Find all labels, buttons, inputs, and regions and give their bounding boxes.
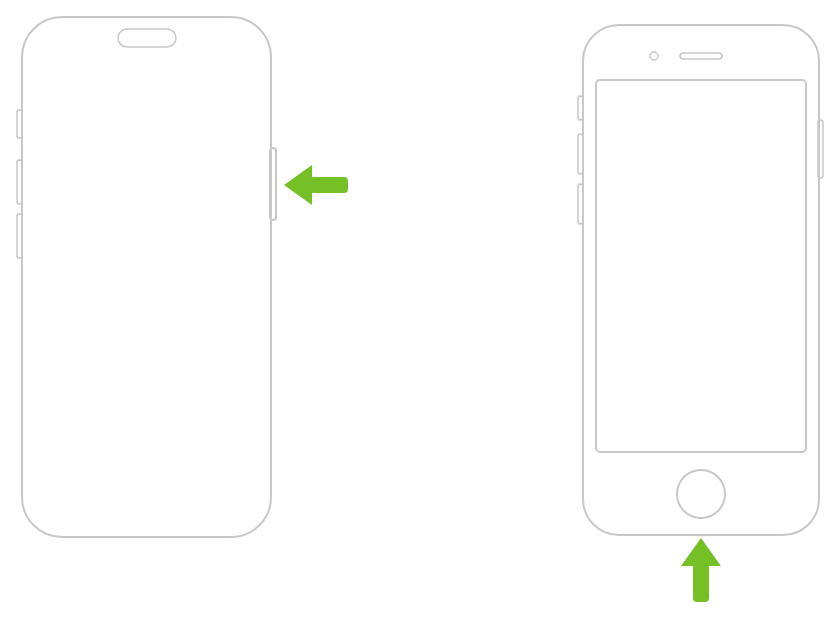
volume-up <box>578 134 583 174</box>
arrow-to-home-button <box>681 538 721 602</box>
side-button <box>270 148 276 220</box>
svg-rect-0 <box>310 177 348 193</box>
diagram-canvas <box>0 0 835 633</box>
side-button <box>818 120 823 178</box>
svg-rect-1 <box>693 564 709 602</box>
front-camera <box>650 52 658 60</box>
mute-switch <box>17 110 22 138</box>
phone-body <box>583 25 819 535</box>
volume-down <box>17 214 22 258</box>
mute-switch <box>578 96 583 120</box>
notch <box>118 29 176 47</box>
screen <box>596 80 806 452</box>
arrow-to-side-button <box>284 165 348 205</box>
faceid-iphone <box>17 17 276 537</box>
home-button-iphone <box>578 25 823 535</box>
phones-svg <box>0 0 835 633</box>
volume-down <box>578 184 583 224</box>
earpiece <box>680 53 722 59</box>
home-button <box>677 470 725 518</box>
phone-body <box>22 17 271 537</box>
volume-up <box>17 160 22 204</box>
